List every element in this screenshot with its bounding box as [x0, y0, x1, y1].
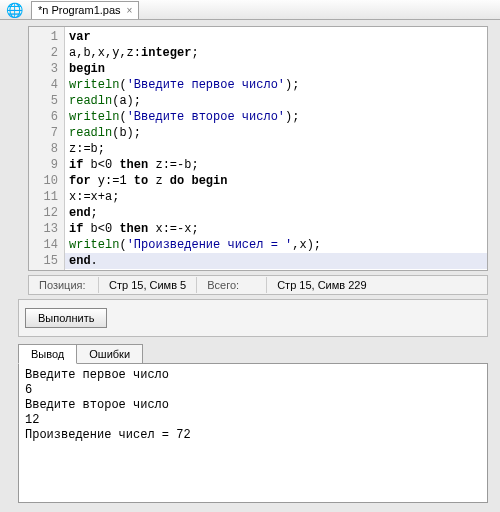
run-panel: Выполнить	[18, 299, 488, 337]
code-line[interactable]: if b<0 then x:=-x;	[69, 221, 483, 237]
tab-title: *n Program1.pas	[38, 4, 121, 16]
code-line[interactable]: readln(a);	[69, 93, 483, 109]
status-position-value: Стр 15, Симв 5	[99, 277, 197, 293]
output-console[interactable]: Введите первое число 6 Введите второе чи…	[18, 363, 488, 503]
editor-tab[interactable]: *n Program1.pas ×	[31, 1, 139, 19]
output-tab-bar: Вывод Ошибки	[18, 344, 488, 364]
app-icon: 🌐	[6, 2, 23, 18]
close-icon[interactable]: ×	[127, 5, 133, 16]
code-area[interactable]: vara,b,x,y,z:integer; beginwriteln('Введ…	[65, 27, 487, 270]
code-line[interactable]: a,b,x,y,z:integer;	[69, 45, 483, 61]
code-line[interactable]: var	[69, 29, 483, 45]
status-bar: Позиция: Стр 15, Симв 5 Всего: Стр 15, С…	[28, 275, 488, 295]
code-line[interactable]: for y:=1 to z do begin	[69, 173, 483, 189]
tab-errors[interactable]: Ошибки	[77, 344, 143, 364]
code-line[interactable]: readln(b);	[69, 125, 483, 141]
code-line[interactable]: x:=x+a;	[69, 189, 483, 205]
line-gutter: 123456789101112131415	[29, 27, 65, 270]
code-line[interactable]: writeln('Произведение чисел = ',x);	[69, 237, 483, 253]
tab-bar: 🌐 *n Program1.pas ×	[0, 0, 500, 20]
status-total-label: Всего:	[197, 277, 267, 293]
code-line[interactable]: writeln('Введите первое число');	[69, 77, 483, 93]
code-line[interactable]: z:=b;	[69, 141, 483, 157]
tab-output[interactable]: Вывод	[18, 344, 77, 364]
code-line[interactable]: begin	[69, 61, 483, 77]
status-total-value: Стр 15, Симв 229	[267, 277, 376, 293]
code-editor[interactable]: 123456789101112131415 vara,b,x,y,z:integ…	[28, 26, 488, 271]
status-position-label: Позиция:	[29, 277, 99, 293]
code-line[interactable]: end;	[69, 205, 483, 221]
code-line[interactable]: if b<0 then z:=-b;	[69, 157, 483, 173]
code-line[interactable]: writeln('Введите второе число');	[69, 109, 483, 125]
run-button[interactable]: Выполнить	[25, 308, 107, 328]
